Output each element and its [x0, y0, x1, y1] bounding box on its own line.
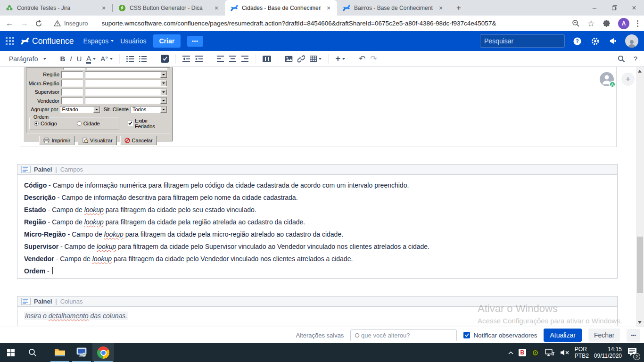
tab-css-button-generator[interactable]: CSS Button Generator - Dica × [113, 0, 225, 16]
underline-button[interactable]: U [77, 55, 82, 63]
confluence-logo[interactable]: Confluence [21, 36, 74, 46]
text-color-dropdown[interactable]: A [86, 54, 96, 64]
scrollbar-thumb[interactable] [637, 237, 643, 293]
imprimir-button[interactable]: Imprimir [39, 136, 74, 145]
regiao-combo[interactable] [85, 71, 167, 78]
page-layout-icon[interactable] [263, 56, 271, 62]
visualizar-button[interactable]: Visualizar [78, 136, 117, 145]
insert-more-dropdown[interactable]: + [335, 54, 345, 64]
reload-icon[interactable] [35, 20, 42, 27]
settings-gear-icon[interactable] [589, 35, 601, 47]
cancelar-button[interactable]: Cancelar [120, 136, 157, 145]
network-tray-icon[interactable] [545, 348, 555, 357]
savebar-more-button[interactable]: ••• [627, 329, 640, 342]
nav-spaces-menu[interactable]: Espaços [83, 37, 114, 45]
insert-table-dropdown[interactable] [310, 56, 322, 62]
dropdown-arrow-icon[interactable] [160, 107, 167, 113]
browser-profile-avatar[interactable]: A [618, 18, 629, 29]
start-button[interactable] [0, 343, 22, 362]
supervisor-combo[interactable] [85, 89, 167, 96]
help-icon[interactable]: ? [571, 35, 583, 47]
micro-regiao-code-input[interactable] [61, 80, 83, 87]
more-formatting-dropdown[interactable]: A° [100, 55, 113, 63]
window-restore-button[interactable] [604, 0, 624, 16]
nav-users-menu[interactable]: Usuários [120, 37, 146, 45]
align-right-icon[interactable] [241, 56, 249, 62]
editor-search-icon[interactable] [618, 55, 625, 63]
micro-regiao-combo[interactable] [85, 80, 167, 87]
collaborator-avatar[interactable]: A [600, 72, 614, 86]
clock-tray[interactable]: 14:15 09/11/2020 [594, 346, 622, 359]
action-center-button[interactable]: 2 [627, 347, 639, 358]
task-list-icon[interactable] [161, 55, 169, 63]
app-switcher-grid-icon[interactable] [6, 37, 14, 45]
vertical-scrollbar[interactable] [636, 67, 644, 327]
dropdown-arrow-icon[interactable] [93, 107, 100, 113]
dropdown-arrow-icon[interactable] [160, 98, 167, 104]
editor-content-area[interactable]: Região Micro-Região Supervisor Vendedor [0, 67, 644, 327]
dropdown-arrow-icon[interactable] [160, 89, 167, 95]
tab-close-icon[interactable]: × [437, 4, 445, 12]
window-close-button[interactable]: × [624, 0, 644, 16]
tab-bairros[interactable]: Bairros - Base de Conhecimento × [337, 0, 449, 16]
sit-cliente-combo[interactable]: Todos [131, 106, 167, 113]
zoom-out-icon[interactable] [572, 19, 580, 27]
nvidia-tray-icon[interactable] [531, 349, 539, 357]
security-indicator[interactable]: Inseguro [54, 20, 88, 27]
scroll-up-icon[interactable] [638, 70, 642, 73]
tab-cidades-active[interactable]: Cidades - Base de Conhecimento × [225, 0, 337, 16]
scroll-down-icon[interactable] [638, 321, 642, 324]
language-indicator[interactable]: POR PTB2 [575, 346, 589, 359]
panel-campos-macro-body[interactable]: Código - Campo de informação numérica pa… [17, 175, 618, 279]
close-button[interactable]: Fechar [588, 329, 620, 342]
volume-muted-tray-icon[interactable] [560, 349, 570, 356]
confluence-search-input[interactable] [484, 37, 570, 45]
taskbar-search-button[interactable] [22, 343, 43, 362]
exibir-feriados-option[interactable]: Exibir Feriados [128, 118, 167, 129]
dropdown-arrow-icon[interactable] [160, 72, 167, 78]
checkbox-checked-icon[interactable] [128, 121, 133, 126]
insert-link-icon[interactable] [297, 55, 305, 63]
radio-cidade[interactable] [77, 121, 82, 126]
panel-campos-macro-header[interactable]: Painel | Campos [17, 164, 618, 175]
notify-watchers-option[interactable]: Notificar observadores [463, 332, 537, 339]
agrupar-por-combo[interactable]: Estado [60, 106, 100, 113]
url-text[interactable]: suporte.wmcsoftware.com/confluence/pages… [102, 20, 565, 27]
browser-menu-kebab-icon[interactable] [637, 20, 638, 27]
tab-controle-testes-jira[interactable]: Controle Testes - Jira × [0, 0, 112, 16]
supervisor-code-input[interactable] [61, 89, 83, 96]
window-minimize-button[interactable]: – [585, 0, 604, 16]
tab-close-icon[interactable]: × [213, 4, 220, 12]
radio-codigo[interactable] [34, 121, 39, 126]
change-comment-input[interactable] [350, 329, 457, 341]
tab-close-icon[interactable]: × [100, 4, 107, 12]
bookmark-star-icon[interactable]: ☆ [587, 18, 595, 29]
undo-icon[interactable]: ↶ [359, 54, 365, 64]
numbered-list-icon[interactable] [139, 56, 147, 62]
align-left-icon[interactable] [217, 56, 224, 62]
checkbox-checked-icon[interactable] [463, 332, 470, 338]
chrome-taskbar-button[interactable] [92, 343, 114, 362]
confluence-search-box[interactable] [480, 34, 565, 48]
legacy-report-form-image[interactable]: Região Micro-Região Supervisor Vendedor [24, 67, 173, 141]
announcements-megaphone-icon[interactable] [607, 35, 619, 47]
dropdown-arrow-icon[interactable] [160, 80, 167, 86]
vendedor-combo[interactable] [85, 97, 167, 104]
update-button[interactable]: Atualizar [544, 329, 581, 342]
tab-close-icon[interactable]: × [325, 4, 332, 12]
insert-image-icon[interactable] [285, 56, 293, 62]
nav-more-button[interactable]: ••• [187, 36, 203, 47]
remote-desktop-button[interactable] [71, 343, 92, 362]
indent-icon[interactable] [195, 56, 203, 62]
editor-help-icon[interactable]: ? [634, 55, 637, 63]
align-center-icon[interactable] [229, 56, 237, 62]
tray-expand-chevron-icon[interactable] [508, 351, 513, 354]
bullet-list-icon[interactable] [126, 56, 134, 62]
regiao-code-input[interactable] [61, 71, 83, 78]
extensions-puzzle-icon[interactable] [603, 19, 611, 27]
paragraph-style-dropdown[interactable]: Parágrafo [9, 55, 46, 63]
antivirus-tray-icon[interactable]: B [519, 349, 526, 356]
vendedor-code-input[interactable] [61, 97, 83, 104]
bold-button[interactable]: B [60, 55, 65, 63]
back-icon[interactable]: ← [6, 19, 14, 28]
